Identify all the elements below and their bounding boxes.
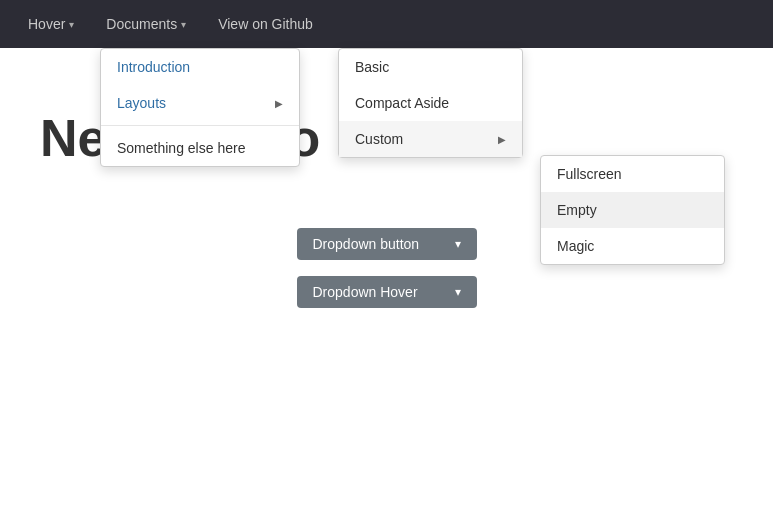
menu-magic-label: Magic xyxy=(557,238,594,254)
menu-custom[interactable]: Custom ▶ xyxy=(339,121,522,157)
dropdown-button-label: Dropdown button xyxy=(313,236,420,252)
menu-something-else[interactable]: Something else here xyxy=(101,130,299,166)
nav-github-label: View on Github xyxy=(218,16,313,32)
menu-fullscreen-label: Fullscreen xyxy=(557,166,622,182)
nav-github[interactable]: View on Github xyxy=(206,8,325,40)
nav-documents[interactable]: Documents ▾ xyxy=(94,8,198,40)
navbar: Hover ▾ Documents ▾ View on Github xyxy=(0,0,773,48)
menu-empty[interactable]: Empty xyxy=(541,192,724,228)
menu-fullscreen[interactable]: Fullscreen xyxy=(541,156,724,192)
nav-hover-caret: ▾ xyxy=(69,19,74,30)
menu-introduction-label: Introduction xyxy=(117,59,190,75)
menu-compact-aside-label: Compact Aside xyxy=(355,95,449,111)
menu-layouts-label: Layouts xyxy=(117,95,166,111)
menu-basic[interactable]: Basic xyxy=(339,49,522,85)
menu-custom-label: Custom xyxy=(355,131,403,147)
custom-submenu-arrow: ▶ xyxy=(498,134,506,145)
dropdown-button-caret: ▾ xyxy=(455,237,461,251)
nav-documents-caret: ▾ xyxy=(181,19,186,30)
menu-layouts[interactable]: Layouts ▶ xyxy=(101,85,299,121)
dropdown-hover-caret: ▾ xyxy=(455,285,461,299)
menu-basic-label: Basic xyxy=(355,59,389,75)
nav-hover-label: Hover xyxy=(28,16,65,32)
dropdown-menu-level3: Fullscreen Empty Magic xyxy=(540,155,725,265)
dropdown-hover-label: Dropdown Hover xyxy=(313,284,418,300)
dropdown-menu-level1: Introduction Layouts ▶ Something else he… xyxy=(100,48,300,167)
menu-empty-label: Empty xyxy=(557,202,597,218)
nav-documents-label: Documents xyxy=(106,16,177,32)
layouts-submenu-arrow: ▶ xyxy=(275,98,283,109)
menu-something-else-label: Something else here xyxy=(117,140,245,156)
dropdown-button[interactable]: Dropdown button ▾ xyxy=(297,228,477,260)
dropdown-menu-level2: Basic Compact Aside Custom ▶ xyxy=(338,48,523,158)
menu-compact-aside[interactable]: Compact Aside xyxy=(339,85,522,121)
menu-magic[interactable]: Magic xyxy=(541,228,724,264)
menu-introduction[interactable]: Introduction xyxy=(101,49,299,85)
dropdown-hover-button[interactable]: Dropdown Hover ▾ xyxy=(297,276,477,308)
nav-hover[interactable]: Hover ▾ xyxy=(16,8,86,40)
menu-divider xyxy=(101,125,299,126)
